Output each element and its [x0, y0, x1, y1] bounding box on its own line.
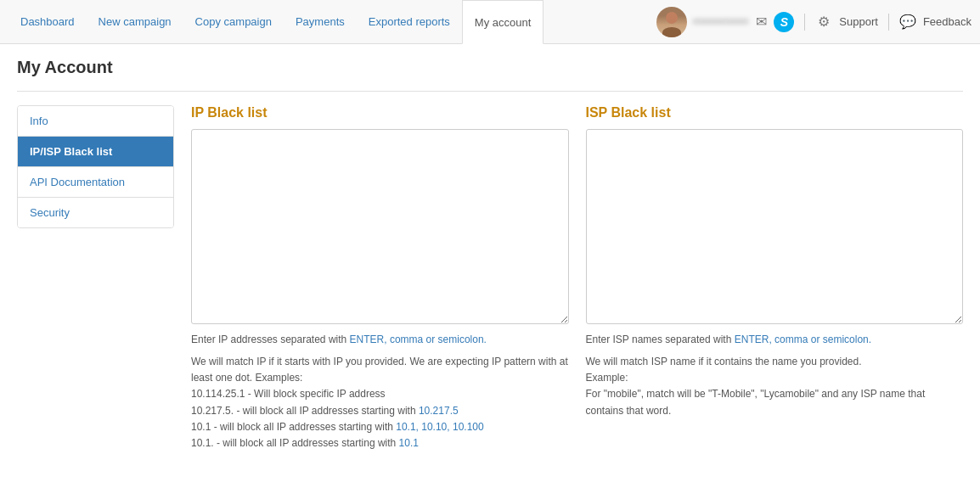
ip-example-2-bold: 10.217.5. [191, 405, 234, 417]
nav-my-account[interactable]: My account [462, 0, 544, 44]
sidebar-item-ip-isp-blacklist[interactable]: IP/ISP Black list [18, 137, 173, 167]
ip-example-2-link: 10.217.5 [419, 405, 459, 417]
content-area: IP Black list Enter IP addresses separat… [191, 105, 963, 451]
nav-links: Dashboard New campaign Copy campaign Pay… [8, 0, 656, 44]
avatar [656, 7, 687, 37]
email-icon[interactable]: ✉ [756, 14, 767, 30]
nav-dashboard[interactable]: Dashboard [8, 0, 87, 44]
nav-copy-campaign[interactable]: Copy campaign [183, 0, 284, 44]
nav-payments[interactable]: Payments [284, 0, 357, 44]
isp-blacklist-title: ISP Black list [586, 105, 964, 121]
sidebar-item-security[interactable]: Security [18, 198, 173, 227]
support-link[interactable]: Support [839, 15, 878, 28]
isp-hint1: Enter ISP names separated with ENTER, co… [586, 332, 964, 347]
nav-exported-reports[interactable]: Exported reports [357, 0, 462, 44]
ip-blacklist-textarea[interactable] [191, 129, 569, 324]
isp-hint1-highlight: ENTER, comma or semicolon. [735, 334, 871, 345]
top-navigation: Dashboard New campaign Copy campaign Pay… [0, 0, 980, 44]
ip-example-4-bold: 10.1 [191, 437, 211, 449]
ip-hint1-highlight: ENTER, comma or semicolon. [350, 334, 487, 345]
nav-right-section: •••••••••• ✉ S ⚙ Support 💬 Feedback [656, 7, 972, 37]
isp-blacklist-section: ISP Black list Enter ISP names separated… [586, 105, 964, 451]
feedback-link[interactable]: Feedback [923, 15, 972, 28]
ip-example-1-bold: 10.114.25.1 [191, 388, 245, 400]
main-layout: Info IP/ISP Black list API Documentation… [17, 105, 963, 451]
nav-divider-2 [888, 14, 889, 31]
ip-example-3-link: 10.1, 10.10, 10.100 [396, 421, 483, 433]
nav-new-campaign[interactable]: New campaign [87, 0, 183, 44]
page-container: My Account Info IP/ISP Black list API Do… [0, 44, 980, 465]
isp-hint2-block: We will match ISP name if it contains th… [586, 354, 964, 419]
sidebar-item-api-documentation[interactable]: API Documentation [18, 167, 173, 198]
page-divider [17, 91, 963, 92]
isp-blacklist-textarea[interactable] [586, 129, 964, 324]
skype-icon[interactable]: S [774, 12, 794, 32]
nav-divider [804, 14, 805, 31]
ip-blacklist-title: IP Black list [191, 105, 569, 121]
ip-example-4-link: 10.1 [399, 437, 419, 449]
username-display: •••••••••• [694, 15, 750, 28]
ip-example-3-bold: 10.1 [191, 421, 211, 433]
sidebar-item-info[interactable]: Info [18, 106, 173, 137]
ip-blacklist-section: IP Black list Enter IP addresses separat… [191, 105, 569, 451]
gear-icon[interactable]: ⚙ [815, 14, 832, 31]
ip-hint1: Enter IP addresses separated with ENTER,… [191, 332, 569, 347]
ip-hint2-block: We will match IP if it starts with IP yo… [191, 354, 569, 451]
sidebar: Info IP/ISP Black list API Documentation… [17, 105, 174, 451]
sidebar-menu: Info IP/ISP Black list API Documentation… [17, 105, 174, 228]
feedback-icon: 💬 [899, 14, 916, 30]
page-title: My Account [17, 58, 963, 77]
